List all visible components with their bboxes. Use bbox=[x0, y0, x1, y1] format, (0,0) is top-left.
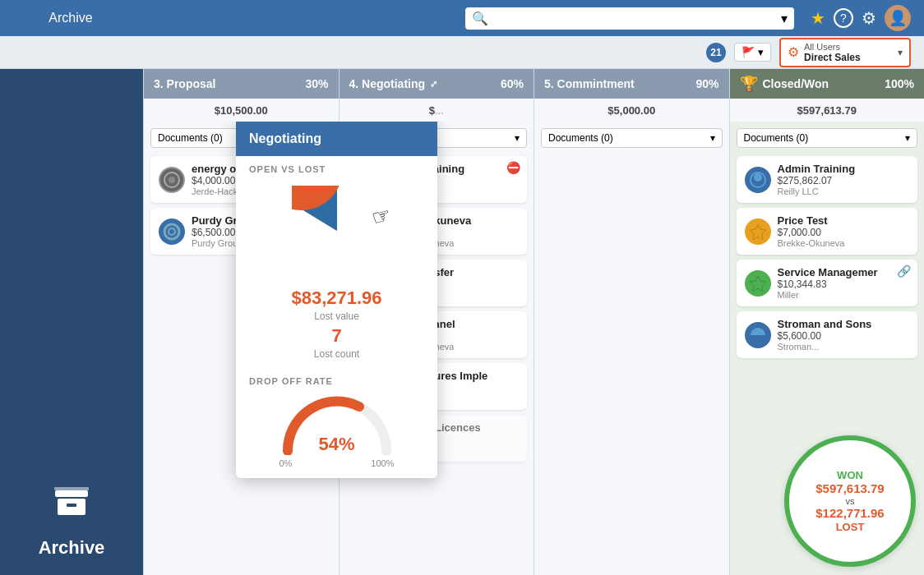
col-pct-proposal: 30% bbox=[305, 77, 328, 90]
lost-count: 7 bbox=[331, 325, 341, 347]
closed-docs-dropdown[interactable]: Documents (0) ▾ bbox=[737, 128, 918, 148]
favorites-icon[interactable]: ★ bbox=[811, 8, 825, 28]
kanban-card[interactable]: Service Managemer $10,344.83 Miller 🔗 bbox=[737, 260, 918, 306]
col-amount-proposal: $10,500.00 bbox=[143, 99, 339, 122]
popup-header: Negotiating bbox=[236, 122, 437, 156]
commitment-docs-dropdown[interactable]: Documents (0) ▾ bbox=[541, 128, 723, 148]
gauge-chart: 54% bbox=[280, 389, 395, 455]
kanban-amount-row: $10,500.00 $... $5,000.00 $597,613.79 bbox=[0, 99, 924, 122]
col-header-commitment: 5. Commintment 90% bbox=[534, 69, 729, 99]
gauge-min-label: 0% bbox=[280, 458, 293, 468]
card-info: Admin Training $275,862.07 Reilly LLC bbox=[778, 163, 910, 196]
settings-icon[interactable]: ⚙ bbox=[862, 8, 876, 28]
kanban-col-commitment[interactable]: Documents (0) ▾ bbox=[534, 122, 729, 575]
users-filter-button[interactable]: ⚙ All Users Direct Sales ▾ bbox=[779, 38, 911, 67]
sidebar-header-spacer bbox=[0, 69, 143, 99]
kanban-header: 3. Proposal 30% 4. Negotiating ⤢ 60% 5. … bbox=[0, 69, 924, 99]
svg-rect-0 bbox=[55, 490, 88, 497]
gauge-max-label: 100% bbox=[371, 458, 394, 468]
search-bar[interactable]: 🔍 ▾ bbox=[465, 7, 794, 30]
card-amount: $275,862.07 bbox=[778, 175, 910, 186]
commitment-docs-arrow: ▾ bbox=[710, 132, 715, 144]
users-filter-arrow[interactable]: ▾ bbox=[898, 47, 903, 58]
all-users-label: All Users bbox=[804, 42, 893, 52]
won-label: WON bbox=[837, 469, 863, 481]
col-header-proposal: 3. Proposal 30% bbox=[143, 69, 339, 99]
kanban-card[interactable]: Stroman and Sons $5,600.00 Stroman... bbox=[737, 311, 918, 358]
card-company: Miller bbox=[778, 290, 910, 300]
pie-label-open: 3 bbox=[361, 209, 367, 222]
svg-point-17 bbox=[754, 173, 762, 182]
dropoff-area: 54% 0% 100% bbox=[236, 389, 437, 478]
col-title-commitment: 5. Commintment bbox=[544, 77, 635, 90]
card-logo bbox=[745, 167, 771, 193]
direct-sales-label: Direct Sales bbox=[804, 52, 893, 63]
card-logo bbox=[745, 218, 771, 245]
popup-pie-area: 3 7 bbox=[236, 177, 437, 281]
card-name: Price Test bbox=[778, 214, 910, 227]
card-info: Stroman and Sons $5,600.00 Stroman... bbox=[778, 318, 910, 352]
card-name: Admin Training bbox=[778, 163, 910, 175]
lost-value: $83,271.96 bbox=[291, 288, 381, 309]
col-pct-commitment: 90% bbox=[695, 77, 718, 90]
won-lost-widget: WON $597,613.79 vs $122,771.96 LOST bbox=[784, 435, 916, 567]
svg-marker-20 bbox=[750, 276, 766, 292]
closed-docs-label: Documents (0) bbox=[744, 132, 809, 144]
card-logo bbox=[745, 270, 771, 297]
search-input[interactable] bbox=[493, 12, 776, 25]
card-company: Stroman... bbox=[778, 342, 910, 352]
card-name: Stroman and Sons bbox=[778, 318, 910, 330]
flag-filter-button[interactable]: 🚩 ▾ bbox=[734, 43, 771, 62]
card-company: Reilly LLC bbox=[778, 186, 910, 196]
kanban-card[interactable]: Admin Training $275,862.07 Reilly LLC bbox=[737, 156, 918, 203]
col-title-closed: 🏆 Closed/Won bbox=[740, 75, 829, 93]
top-nav: Archive 🔍 ▾ ★ ? ⚙ 👤 bbox=[0, 0, 924, 36]
commitment-docs-label: Documents (0) bbox=[548, 132, 613, 144]
sidebar-label: Archive bbox=[39, 537, 105, 559]
card-info: Price Test $7,000.00 Brekke-Okuneva bbox=[778, 214, 910, 248]
card-logo bbox=[159, 167, 185, 193]
avatar[interactable]: 👤 bbox=[885, 5, 911, 31]
sidebar: Archive bbox=[0, 122, 143, 575]
card-logo bbox=[159, 218, 185, 245]
popup-lost-count-stats: 7 Lost count bbox=[236, 325, 437, 363]
svg-point-7 bbox=[169, 228, 175, 235]
gauge-pct: 54% bbox=[318, 434, 354, 455]
pie-label-lost: 7 bbox=[307, 240, 313, 253]
card-flag-icon: ⛔ bbox=[506, 161, 520, 174]
card-company: Brekke-Okuneva bbox=[778, 238, 910, 248]
col-header-negotiating[interactable]: 4. Negotiating ⤢ 60% bbox=[339, 69, 534, 99]
svg-marker-19 bbox=[750, 224, 766, 240]
vs-text: vs bbox=[846, 496, 855, 506]
users-filter-info: All Users Direct Sales bbox=[804, 42, 893, 63]
pie-chart: 3 7 bbox=[292, 186, 382, 276]
col-pct-negotiating: 60% bbox=[501, 77, 524, 90]
open-vs-lost-label: OPEN VS LOST bbox=[236, 156, 437, 177]
negotiating-docs-arrow: ▾ bbox=[515, 132, 520, 144]
col-amount-negotiating: $... bbox=[339, 99, 534, 122]
card-name: Service Managemer bbox=[778, 266, 910, 278]
nav-icons: ★ ? ⚙ 👤 bbox=[811, 5, 911, 31]
lost-value-label: Lost value bbox=[314, 310, 359, 322]
archive-icon bbox=[51, 481, 92, 529]
flag-dropdown-arrow: ▾ bbox=[758, 46, 764, 58]
won-amount: $597,613.79 bbox=[815, 481, 884, 496]
lost-amount: $122,771.96 bbox=[815, 506, 884, 521]
popup-lost-value-stats: $83,271.96 Lost value bbox=[236, 281, 437, 325]
kanban-card[interactable]: Price Test $7,000.00 Brekke-Okuneva bbox=[737, 208, 918, 255]
help-icon[interactable]: ? bbox=[834, 8, 853, 28]
card-amount: $7,000.00 bbox=[778, 227, 910, 238]
gear-users-icon: ⚙ bbox=[788, 44, 799, 60]
svg-rect-3 bbox=[54, 487, 89, 490]
svg-rect-2 bbox=[67, 504, 76, 507]
lost-label: LOST bbox=[836, 521, 865, 533]
negotiating-popup[interactable]: Negotiating OPEN VS LOST 3 7 $83,271.96 … bbox=[236, 122, 437, 478]
col-amount-commitment: $5,000.00 bbox=[534, 99, 729, 122]
card-amount: $10,344.83 bbox=[778, 278, 910, 290]
kanban-col-closed[interactable]: Documents (0) ▾ Admin Training $275,862.… bbox=[729, 122, 925, 575]
proposal-docs-label: Documents (0) bbox=[158, 132, 223, 144]
search-dropdown-icon[interactable]: ▾ bbox=[781, 11, 788, 26]
col-header-closed: 🏆 Closed/Won 100% bbox=[729, 69, 925, 99]
card-amount: $5,600.00 bbox=[778, 330, 910, 342]
svg-point-5 bbox=[169, 177, 175, 183]
